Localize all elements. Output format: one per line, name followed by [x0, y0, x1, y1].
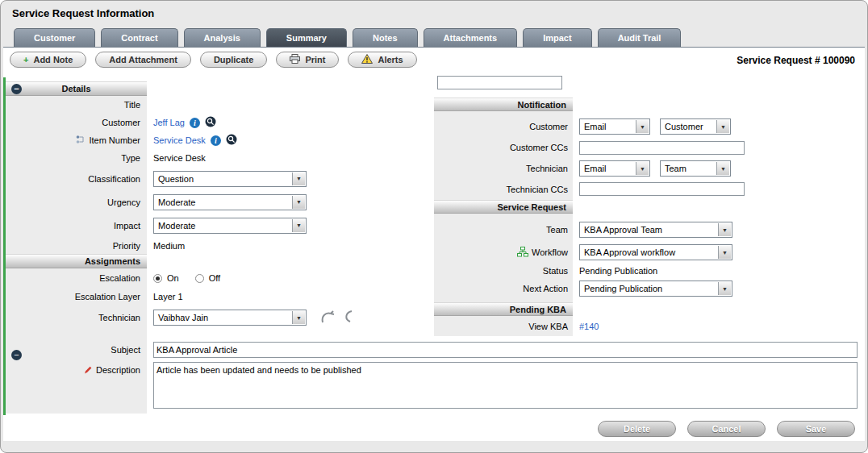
escalate-hook-icon[interactable]: [319, 310, 337, 326]
customer-recipient-select[interactable]: Customer ▼: [660, 118, 731, 135]
toolbar: + Add Note Add Attachment Duplicate Prin…: [10, 52, 417, 68]
footer-actions: Delete Cancel Save: [598, 421, 855, 437]
print-label: Print: [305, 55, 325, 64]
chevron-down-icon: ▼: [292, 172, 305, 185]
view-kba-link[interactable]: #140: [579, 322, 599, 331]
customer-method-value: Email: [584, 122, 607, 131]
technician-recipient-value: Team: [665, 164, 686, 173]
impact-select[interactable]: Moderate ▼: [153, 218, 307, 234]
item-search-icon[interactable]: [226, 134, 237, 147]
next-action-row: Next Action Pending Publication ▼: [434, 278, 863, 299]
priority-value: Medium: [153, 241, 185, 251]
technician-label: Technician: [6, 313, 147, 322]
status-value: Pending Publication: [579, 266, 657, 276]
item-relationship-icon: [76, 135, 86, 146]
item-number-link[interactable]: Service Desk: [153, 135, 206, 145]
description-textarea[interactable]: Article has been updated and needs to be…: [153, 362, 858, 409]
urgency-select-value: Moderate: [158, 197, 195, 207]
technician-ccs-input[interactable]: [579, 182, 745, 196]
technician-recipient-select[interactable]: Team ▼: [660, 160, 731, 177]
chevron-down-icon: ▼: [292, 311, 305, 324]
tab-notes[interactable]: Notes: [353, 28, 418, 47]
print-button[interactable]: Print: [276, 52, 339, 68]
pencil-icon: [83, 365, 93, 376]
team-select[interactable]: KBA Approval Team ▼: [579, 222, 732, 238]
chevron-down-icon: ▼: [716, 162, 729, 175]
next-action-select[interactable]: Pending Publication ▼: [579, 281, 732, 297]
duplicate-button[interactable]: Duplicate: [200, 52, 268, 68]
customer-info-icon[interactable]: i: [190, 118, 200, 128]
add-attachment-button[interactable]: Add Attachment: [95, 52, 191, 68]
empty-text-input[interactable]: [437, 76, 562, 89]
technician-method-select[interactable]: Email ▼: [579, 160, 650, 177]
escalation-on-radio[interactable]: [153, 274, 162, 283]
title-label: Title: [6, 100, 147, 110]
subject-input[interactable]: [153, 342, 858, 358]
alerts-button[interactable]: Alerts: [348, 52, 416, 68]
customer-search-icon[interactable]: [205, 116, 216, 129]
impact-label: Impact: [6, 221, 147, 231]
tab-summary[interactable]: Summary: [266, 28, 347, 47]
chevron-down-icon: ▼: [292, 219, 305, 232]
workflow-sitemap-icon: [517, 247, 528, 259]
technician-select[interactable]: Vaibhav Jain ▼: [153, 310, 307, 326]
impact-select-value: Moderate: [158, 221, 195, 231]
tab-attachments[interactable]: Attachments: [424, 28, 518, 47]
chevron-down-icon: ▼: [718, 282, 731, 295]
classification-label: Classification: [6, 174, 147, 184]
customer-method-select[interactable]: Email ▼: [579, 118, 650, 135]
notification-header-label: Notification: [518, 100, 567, 110]
tab-impact[interactable]: Impact: [523, 28, 591, 47]
team-label: Team: [434, 225, 573, 235]
chevron-down-icon: ▼: [636, 120, 649, 133]
urgency-select[interactable]: Moderate ▼: [153, 194, 307, 210]
add-attachment-label: Add Attachment: [109, 55, 177, 64]
tab-bar: Customer Contract Analysis Summary Notes…: [14, 28, 681, 47]
priority-label: Priority: [6, 241, 147, 251]
notify-technician-row: Technician Email ▼ Team ▼: [434, 158, 863, 179]
customer-link[interactable]: Jeff Lag: [153, 118, 185, 127]
pending-kba-header: Pending KBA: [434, 302, 573, 316]
notification-header: Notification: [434, 98, 573, 111]
chevron-down-icon: ▼: [636, 162, 649, 175]
assignments-header-label: Assignments: [85, 256, 140, 266]
content-area: + Add Note Add Attachment Duplicate Prin…: [3, 47, 865, 441]
page-title: Service Request Information: [12, 7, 154, 19]
deescalate-hook-icon[interactable]: [342, 310, 355, 326]
service-request-header: Service Request: [434, 200, 573, 214]
delete-button[interactable]: Delete: [598, 421, 676, 437]
notify-technician-label: Technician: [434, 164, 573, 173]
type-value: Service Desk: [153, 153, 206, 163]
escalation-layer-label: Escalation Layer: [6, 292, 147, 301]
tab-customer[interactable]: Customer: [14, 28, 95, 47]
tab-audit-trail[interactable]: Audit Trail: [598, 28, 682, 47]
view-kba-row: View KBA #140: [434, 318, 863, 335]
escalation-label: Escalation: [6, 273, 147, 283]
tab-contract[interactable]: Contract: [101, 28, 177, 47]
customer-ccs-input[interactable]: [579, 141, 745, 155]
cancel-button[interactable]: Cancel: [687, 421, 766, 437]
workflow-select-value: KBA Approval workflow: [584, 247, 675, 257]
escalation-off-label: Off: [209, 273, 220, 283]
technician-ccs-row: Technician CCs: [434, 179, 863, 199]
status-label: Status: [434, 266, 573, 276]
chevron-down-icon: ▼: [716, 120, 729, 133]
description-row: Description Article has been updated and…: [6, 360, 859, 412]
chevron-down-icon: ▼: [718, 246, 731, 259]
workflow-select[interactable]: KBA Approval workflow ▼: [579, 244, 732, 260]
item-info-icon[interactable]: i: [211, 135, 221, 146]
collapse-subject-button[interactable]: −: [11, 350, 22, 360]
save-button[interactable]: Save: [777, 421, 855, 437]
escalation-off-radio[interactable]: [195, 274, 204, 283]
tab-analysis[interactable]: Analysis: [184, 28, 261, 47]
warning-icon: [361, 54, 373, 65]
chevron-down-icon: ▼: [292, 196, 305, 209]
add-note-button[interactable]: + Add Note: [10, 52, 86, 68]
add-note-label: Add Note: [33, 55, 73, 64]
view-kba-label: View KBA: [434, 322, 573, 331]
escalation-on-label: On: [167, 273, 179, 283]
technician-ccs-label: Technician CCs: [434, 185, 573, 194]
collapse-details-button[interactable]: −: [11, 84, 22, 94]
assignments-header: Assignments: [6, 254, 147, 268]
classification-select[interactable]: Question ▼: [153, 171, 307, 187]
